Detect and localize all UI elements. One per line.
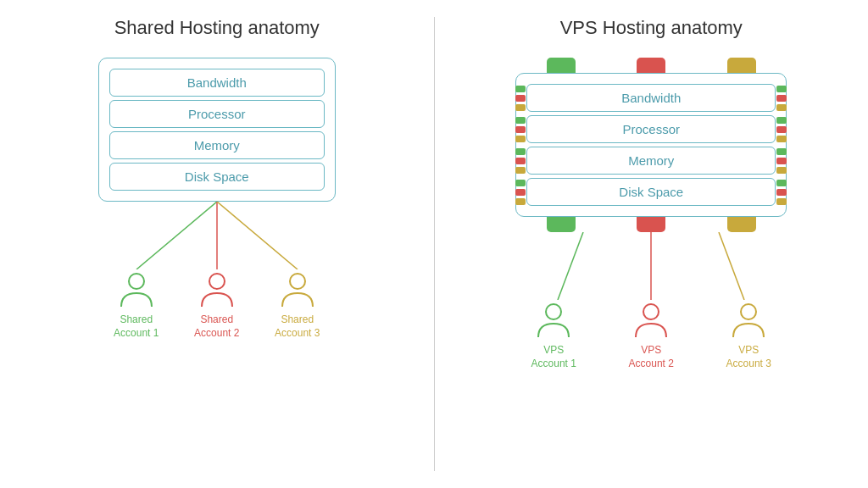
- shared-hosting-panel: Shared Hosting anatomy Bandwidth Process…: [8, 17, 426, 471]
- shared-memory: Memory: [109, 131, 325, 159]
- shared-account-2: SharedAccount 2: [187, 269, 247, 340]
- svg-point-3: [129, 274, 144, 289]
- vps-bottom-tabs: [515, 217, 787, 232]
- vps-account-1: VPSAccount 1: [524, 300, 583, 370]
- side-tab-red-bw: [515, 95, 526, 102]
- vps-resources-wrapper: Bandwidth Processor: [515, 58, 787, 232]
- person-icon-yellow: [278, 269, 317, 308]
- vps-person-icon-red: [632, 300, 670, 339]
- vps-accounts-row: VPSAccount 1 VPSAccount 2 VPSAccount 3: [515, 300, 787, 370]
- bottom-tab-yellow: [727, 217, 756, 232]
- svg-point-4: [209, 274, 225, 289]
- svg-point-9: [546, 304, 561, 319]
- center-divider: [434, 17, 435, 471]
- svg-point-5: [290, 274, 305, 289]
- vps-bandwidth: Bandwidth: [526, 84, 776, 112]
- vps-memory-left-tabs: [515, 148, 526, 174]
- shared-accounts-row: SharedAccount 1 SharedAccount 2 SharedAc…: [98, 269, 336, 340]
- vps-processor: Processor: [526, 115, 776, 143]
- shared-account-3: SharedAccount 3: [268, 269, 327, 340]
- shared-account-3-label: SharedAccount 3: [275, 313, 320, 340]
- vps-diskspace: Disk Space: [526, 178, 776, 206]
- vps-hosting-panel: VPS Hosting anatomy Bandwidth: [443, 17, 860, 471]
- side-tab-green-bw: [515, 86, 526, 92]
- person-icon-green: [117, 269, 156, 308]
- svg-line-0: [136, 202, 217, 269]
- vps-bandwidth-right-tabs: [776, 86, 787, 111]
- vps-person-icon-yellow: [729, 300, 768, 339]
- vps-account-2: VPSAccount 2: [621, 300, 681, 370]
- shared-bandwidth: Bandwidth: [109, 69, 325, 97]
- svg-point-10: [643, 304, 659, 319]
- person-icon-red: [198, 269, 236, 308]
- shared-resources-box: Bandwidth Processor Memory Disk Space: [98, 58, 336, 202]
- shared-diskspace: Disk Space: [109, 163, 325, 191]
- vps-bandwidth-left-tabs: [515, 86, 526, 111]
- main-container: Shared Hosting anatomy Bandwidth Process…: [0, 0, 868, 488]
- top-tab-yellow: [727, 58, 756, 73]
- vps-memory: Memory: [526, 147, 776, 175]
- vps-account-3-label: VPSAccount 3: [726, 344, 771, 370]
- top-tab-red: [637, 58, 665, 73]
- vps-diskspace-left-tabs: [515, 180, 526, 205]
- vps-person-icon-green: [534, 300, 573, 339]
- vps-lines: [515, 232, 787, 300]
- vps-processor-left-tabs: [515, 117, 526, 142]
- shared-account-1-label: SharedAccount 1: [114, 313, 159, 340]
- shared-title: Shared Hosting anatomy: [114, 17, 320, 39]
- shared-processor: Processor: [109, 100, 325, 128]
- side-tab-right-green-bw: [776, 86, 787, 92]
- vps-title: VPS Hosting anatomy: [560, 17, 743, 39]
- shared-lines: [98, 202, 336, 269]
- side-tab-right-red-bw: [776, 95, 787, 102]
- vps-processor-right-tabs: [776, 117, 787, 142]
- top-tab-green: [547, 58, 576, 73]
- svg-line-8: [719, 232, 744, 300]
- side-tab-right-yellow-bw: [776, 104, 787, 111]
- vps-account-2-label: VPSAccount 2: [629, 344, 674, 370]
- bottom-tab-red: [637, 217, 665, 232]
- vps-resources-box: Bandwidth Processor: [515, 73, 787, 217]
- vps-account-1-label: VPSAccount 1: [531, 344, 576, 370]
- shared-account-1: SharedAccount 1: [107, 269, 166, 340]
- bottom-tab-green: [547, 217, 576, 232]
- svg-point-11: [741, 304, 756, 319]
- vps-top-tabs: [515, 58, 787, 73]
- svg-line-2: [217, 202, 298, 269]
- vps-memory-right-tabs: [776, 148, 787, 174]
- side-tab-yellow-bw: [515, 104, 526, 111]
- vps-account-3: VPSAccount 3: [719, 300, 778, 370]
- vps-diskspace-right-tabs: [776, 180, 787, 205]
- shared-account-2-label: SharedAccount 2: [194, 313, 239, 340]
- svg-line-6: [558, 232, 583, 300]
